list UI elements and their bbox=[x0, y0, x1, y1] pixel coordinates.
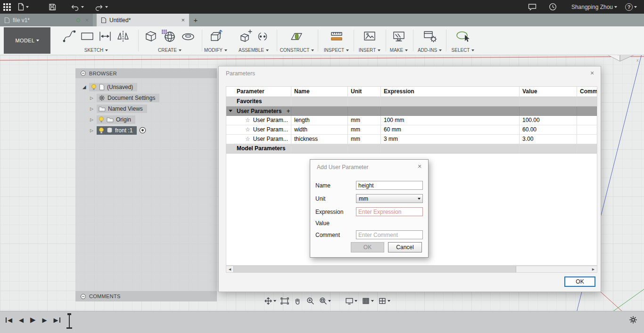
tab-untitled[interactable]: Untitled* × bbox=[97, 14, 189, 26]
browser-row-origin[interactable]: ▷ Origin bbox=[75, 114, 217, 125]
visibility-bulb-icon[interactable] bbox=[99, 116, 104, 123]
make-menu[interactable]: MAKE bbox=[390, 48, 408, 53]
selected-row-highlight[interactable]: front :1 bbox=[97, 126, 137, 135]
sketch-dimension-icon[interactable] bbox=[98, 29, 113, 46]
joint-icon[interactable] bbox=[255, 29, 270, 46]
scrollbar-thumb[interactable] bbox=[233, 266, 516, 272]
add-ins-icon[interactable] bbox=[422, 29, 438, 46]
create-menu[interactable]: CREATE bbox=[158, 48, 182, 53]
app-grid-menu-icon[interactable] bbox=[0, 0, 14, 14]
file-menu-button[interactable] bbox=[14, 0, 32, 14]
zoom-window-icon[interactable] bbox=[319, 297, 331, 305]
create-sketch-icon[interactable] bbox=[62, 29, 77, 46]
select-menu[interactable]: SELECT bbox=[452, 48, 475, 53]
parameter-row-length[interactable]: ☆User Param... length mm 100 mm 100.00 bbox=[226, 116, 597, 125]
expander-closed-icon[interactable]: ▷ bbox=[89, 106, 94, 111]
save-button[interactable] bbox=[45, 0, 59, 14]
favorite-star-icon[interactable]: ☆ bbox=[245, 117, 250, 123]
favorites-section-row[interactable]: Favorites bbox=[226, 97, 597, 106]
select-icon[interactable] bbox=[455, 29, 471, 46]
tab-close-icon[interactable]: × bbox=[85, 16, 89, 24]
new-component-icon[interactable] bbox=[237, 29, 252, 46]
browser-header[interactable]: BROWSER bbox=[75, 68, 217, 78]
zoom-icon[interactable] bbox=[306, 297, 314, 305]
parameters-ok-button[interactable]: OK bbox=[564, 276, 595, 287]
scroll-left-icon[interactable]: ◀ bbox=[226, 266, 233, 272]
expander-open-icon[interactable]: ◢ bbox=[82, 84, 87, 89]
job-status-clock-icon[interactable] bbox=[545, 0, 560, 14]
timeline-settings-gear-icon[interactable] bbox=[629, 316, 637, 326]
tab-close-icon[interactable]: × bbox=[181, 16, 185, 24]
expander-closed-icon[interactable]: ▷ bbox=[89, 117, 94, 122]
fit-view-icon[interactable] bbox=[281, 297, 289, 305]
browser-root-row[interactable]: ◢ (Unsaved) bbox=[75, 81, 217, 92]
pan-hand-icon[interactable] bbox=[293, 297, 302, 305]
add-user-parameter-button[interactable]: + bbox=[287, 107, 290, 114]
insert-canvas-icon[interactable] bbox=[362, 29, 377, 46]
comments-section[interactable]: COMMENTS bbox=[75, 291, 217, 301]
parameter-row-width[interactable]: ☆User Param... width mm 60 mm 60.00 bbox=[226, 125, 597, 135]
sketch-rectangle-icon[interactable] bbox=[80, 29, 95, 46]
make-icon[interactable] bbox=[391, 29, 406, 46]
display-settings-icon[interactable] bbox=[345, 297, 357, 305]
parameter-row-thickness[interactable]: ☆User Param... thickness mm 3 mm 3.00 bbox=[226, 135, 597, 144]
visibility-bulb-icon[interactable] bbox=[91, 84, 97, 90]
name-input[interactable] bbox=[356, 181, 423, 190]
close-icon[interactable]: × bbox=[588, 69, 596, 77]
go-to-start-button[interactable]: ◀ bbox=[6, 317, 12, 324]
timeline-position-marker[interactable] bbox=[66, 313, 73, 330]
visibility-bulb-icon[interactable] bbox=[99, 127, 104, 134]
favorite-star-icon[interactable]: ☆ bbox=[245, 136, 250, 142]
horizontal-scrollbar[interactable]: ◀ ▶ bbox=[226, 266, 597, 273]
workspace-switcher-model[interactable]: MODEL bbox=[4, 27, 50, 54]
favorite-star-icon[interactable]: ☆ bbox=[245, 126, 250, 133]
measure-icon[interactable] bbox=[329, 29, 344, 46]
expression-input[interactable] bbox=[356, 207, 423, 216]
press-pull-icon[interactable] bbox=[208, 29, 223, 46]
model-parameters-section-row[interactable]: Model Parameters bbox=[226, 144, 597, 154]
assemble-menu[interactable]: ASSEMBLE bbox=[239, 48, 269, 53]
inspect-menu[interactable]: INSPECT bbox=[324, 48, 349, 53]
scroll-right-icon[interactable]: ▶ bbox=[590, 266, 597, 272]
expander-closed-icon[interactable]: ▷ bbox=[89, 96, 94, 100]
browser-row-named-views[interactable]: ▷ Named Views bbox=[75, 103, 217, 114]
browser-row-front-body[interactable]: ▷ front :1 bbox=[75, 125, 217, 136]
expander-open-icon[interactable] bbox=[229, 110, 232, 112]
add-ins-menu[interactable]: ADD-INS bbox=[418, 48, 442, 53]
collapse-comments-icon[interactable] bbox=[81, 294, 86, 299]
expander-closed-icon[interactable]: ▷ bbox=[89, 128, 94, 133]
step-forward-button[interactable]: ▶ bbox=[42, 317, 47, 324]
tab-file-v1[interactable]: file v1* × bbox=[0, 14, 93, 26]
activate-component-radio-icon[interactable] bbox=[139, 127, 146, 134]
comment-input[interactable] bbox=[356, 230, 423, 239]
ribbon-group-create: CREATE bbox=[140, 26, 200, 55]
create-sphere-icon[interactable] bbox=[161, 29, 177, 46]
create-box-icon[interactable] bbox=[143, 29, 158, 46]
new-tab-button[interactable]: + bbox=[189, 14, 202, 26]
add-dialog-cancel-button[interactable]: Cancel bbox=[388, 242, 422, 252]
create-torus-icon[interactable] bbox=[180, 29, 196, 46]
sketch-menu[interactable]: SKETCH bbox=[84, 48, 108, 53]
construct-menu[interactable]: CONSTRUCT bbox=[280, 48, 314, 53]
unit-select[interactable]: mm bbox=[356, 194, 423, 203]
help-menu-button[interactable]: ? bbox=[622, 0, 640, 14]
go-to-end-button[interactable]: ▶ bbox=[54, 317, 60, 324]
user-parameters-section-row[interactable]: User Parameters + bbox=[226, 106, 597, 116]
undo-button[interactable] bbox=[67, 0, 87, 14]
modify-menu[interactable]: MODIFY bbox=[204, 48, 227, 53]
step-back-button[interactable]: ◀ bbox=[19, 317, 24, 324]
add-dialog-ok-button[interactable]: OK bbox=[351, 242, 384, 252]
close-icon[interactable]: × bbox=[416, 162, 423, 170]
insert-menu[interactable]: INSERT bbox=[359, 48, 381, 53]
sketch-mirror-icon[interactable] bbox=[116, 29, 131, 46]
construction-plane-icon[interactable] bbox=[289, 29, 305, 46]
feedback-chat-icon[interactable] bbox=[525, 0, 540, 14]
play-button[interactable]: ▶ bbox=[30, 316, 36, 324]
orbit-menu-icon[interactable] bbox=[264, 297, 276, 305]
browser-row-document-settings[interactable]: ▷ Document Settings bbox=[75, 92, 217, 103]
grid-snap-icon[interactable] bbox=[362, 297, 374, 305]
user-account-menu[interactable]: Shangping Zhou bbox=[567, 4, 622, 10]
redo-button[interactable] bbox=[91, 0, 111, 14]
collapse-panel-icon[interactable] bbox=[81, 71, 86, 76]
viewports-icon[interactable] bbox=[378, 297, 390, 305]
